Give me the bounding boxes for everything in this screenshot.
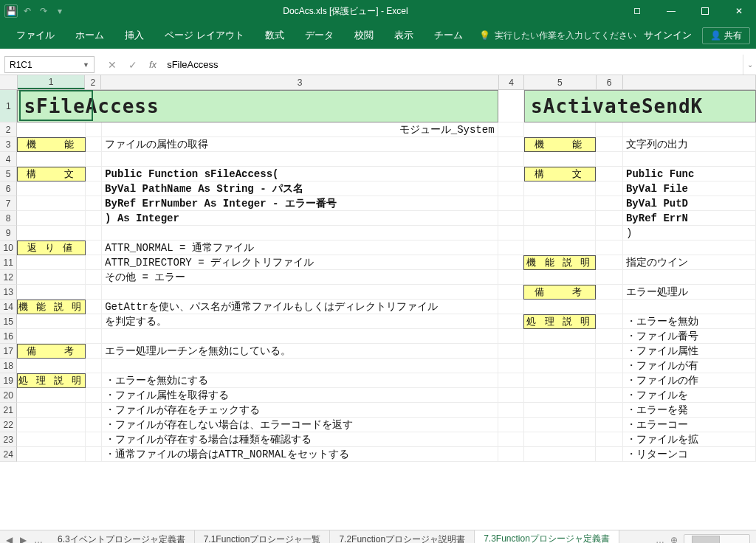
label-r19[interactable]: 処 理 説 明 [17, 373, 85, 388]
cell-r8-c3[interactable]: ) As Integer [102, 211, 498, 226]
ribbon-display-options-icon[interactable] [620, 0, 654, 22]
sheet-nav-more-icon[interactable]: … [34, 535, 43, 544]
name-box[interactable]: R1C1 ▼ [4, 56, 94, 73]
cell-r14-c3[interactable]: GetAttrを使い、パス名が通常ファイルもしくはディレクトリファイル [102, 300, 498, 314]
horizontal-scrollbar[interactable] [684, 534, 750, 544]
label-right-r11[interactable]: 機 能 説 明 [523, 255, 596, 270]
cell-r24-c2[interactable] [86, 447, 102, 462]
cell-r11-c1[interactable] [17, 255, 85, 270]
cell-r14-c2[interactable] [86, 300, 102, 314]
namebox-dropdown-icon[interactable]: ▼ [83, 61, 89, 69]
label-r17[interactable]: 備 考 [17, 344, 85, 359]
cell-r6-c5[interactable] [524, 181, 597, 196]
cell-r16-c2[interactable] [86, 329, 102, 344]
cell-r22-c3[interactable]: ・ファイルが存在しない場合は、エラーコードを返す [102, 418, 498, 432]
cell-r12-c1[interactable] [17, 270, 85, 285]
cell-r12-c4[interactable] [498, 270, 524, 285]
cell-r16-c4[interactable] [498, 329, 524, 344]
label-r14[interactable]: 機 能 説 明 [17, 300, 85, 314]
cell-r3-c3[interactable]: ファイルの属性の取得 [102, 137, 498, 152]
cell-r16-c1[interactable] [17, 329, 85, 344]
row-header-3[interactable]: 3 [0, 137, 17, 152]
row-header-13[interactable]: 13 [0, 285, 17, 300]
cell-r15-c4[interactable] [498, 314, 524, 329]
cell-r24-c3[interactable]: ・通常ファイルの場合はATTR_NORMALをセットする [102, 447, 498, 462]
cell-r19-c3[interactable]: ・エラーを無効にする [102, 373, 498, 388]
cell-r8-c1[interactable] [17, 211, 85, 226]
row-header-17[interactable]: 17 [0, 344, 17, 359]
cell-r6-c3[interactable]: ByVal PathName As String - パス名 [102, 181, 498, 196]
cell-r24-cr[interactable]: ・リターンコ [623, 447, 756, 462]
col-header-r[interactable] [623, 75, 756, 89]
row-header-20[interactable]: 20 [0, 388, 17, 403]
cell-r4-c2[interactable] [86, 152, 102, 167]
save-icon[interactable]: 💾 [4, 4, 18, 18]
cell-r7-cr[interactable]: ByVal PutD [623, 196, 756, 211]
cell-r20-c2[interactable] [86, 388, 102, 403]
row-header-16[interactable]: 16 [0, 329, 17, 344]
cell-r17-c3[interactable]: エラー処理ルーチンを無効にしている。 [102, 344, 498, 359]
sheet-tab-0[interactable]: 6.3イベントプロシージャ定義書 [49, 530, 195, 543]
col-header-1[interactable]: 1 [18, 75, 86, 89]
cell-r16-c5[interactable] [524, 329, 597, 344]
cell-r4-c1[interactable] [17, 152, 85, 167]
cell-r23-c6[interactable] [596, 432, 623, 447]
c2-1[interactable] [17, 122, 85, 137]
cell-r22-cr[interactable]: ・エラーコー [623, 418, 756, 432]
cell-r23-c3[interactable]: ・ファイルが存在する場合は種類を確認する [102, 432, 498, 447]
cell-r12-c3[interactable]: その他 = エラー [102, 270, 498, 285]
cell-r11-c3[interactable]: ATTR_DIRECTORY = ディレクトリファイル [102, 255, 498, 270]
row-header-24[interactable]: 24 [0, 447, 17, 462]
cell-r23-c5[interactable] [524, 432, 597, 447]
cell-r6-c4[interactable] [498, 181, 524, 196]
cell-r17-cr[interactable]: ・ファイル属性 [623, 344, 756, 359]
cell-r14-c6[interactable] [596, 300, 623, 314]
cell-r20-c6[interactable] [596, 388, 623, 403]
sheet-tab-2[interactable]: 7.2Functionプロシージャ説明書 [330, 530, 475, 543]
cell-r21-c1[interactable] [17, 403, 85, 418]
col-header-5[interactable]: 5 [524, 75, 596, 89]
cell-r20-c5[interactable] [524, 388, 597, 403]
c2-6[interactable] [596, 122, 623, 137]
cell-r15-c6[interactable] [596, 314, 623, 329]
cell-r13-c6[interactable] [596, 285, 623, 300]
cell-r9-cr[interactable]: ) [623, 226, 756, 241]
cell-r5-c2[interactable] [86, 167, 102, 181]
c2-2[interactable] [86, 122, 102, 137]
restore-button[interactable] [688, 0, 722, 22]
c2-r[interactable] [623, 122, 756, 137]
cell-r7-c4[interactable] [498, 196, 524, 211]
undo-icon[interactable]: ↶ [21, 4, 34, 18]
cell-r21-c2[interactable] [86, 403, 102, 418]
cell-r5-c4[interactable] [498, 167, 524, 181]
row-header-2[interactable]: 2 [0, 122, 17, 137]
cell-r14-cr[interactable] [623, 300, 756, 314]
sheet-nav-prev-icon[interactable]: ◀ [6, 535, 13, 544]
row-header-5[interactable]: 5 [0, 167, 17, 181]
sheet-nav-next-icon[interactable]: ▶ [20, 535, 27, 544]
cell-r5-c6[interactable] [596, 167, 623, 181]
formula-expand-icon[interactable]: ⌄ [743, 55, 756, 75]
row-header-6[interactable]: 6 [0, 181, 17, 196]
cell-r12-c5[interactable] [524, 270, 597, 285]
cell-r19-c5[interactable] [524, 373, 597, 388]
row-header-8[interactable]: 8 [0, 211, 17, 226]
cell-r20-cr[interactable]: ・ファイルを [623, 388, 756, 403]
ribbon-tab-data[interactable]: データ [295, 22, 344, 49]
cell-r24-c5[interactable] [524, 447, 597, 462]
row-header-15[interactable]: 15 [0, 314, 17, 329]
cell-r7-c3[interactable]: ByRef ErrNumber As Integer - エラー番号 [102, 196, 498, 211]
cell-r8-c2[interactable] [86, 211, 102, 226]
label-right-r13[interactable]: 備 考 [523, 285, 596, 300]
cell-r9-c5[interactable] [524, 226, 597, 241]
cell-r12-cr[interactable] [623, 270, 756, 285]
cell-r9-c1[interactable] [17, 226, 85, 241]
cell-r8-c6[interactable] [596, 211, 623, 226]
cell-r3-c4[interactable] [498, 137, 524, 152]
cell-r22-c6[interactable] [596, 418, 623, 432]
ribbon-tab-file[interactable]: ファイル [6, 22, 65, 49]
cell-r4-cr[interactable] [623, 152, 756, 167]
cell-r12-c2[interactable] [86, 270, 102, 285]
row-header-19[interactable]: 19 [0, 373, 17, 388]
cell-r10-cr[interactable] [623, 241, 756, 255]
